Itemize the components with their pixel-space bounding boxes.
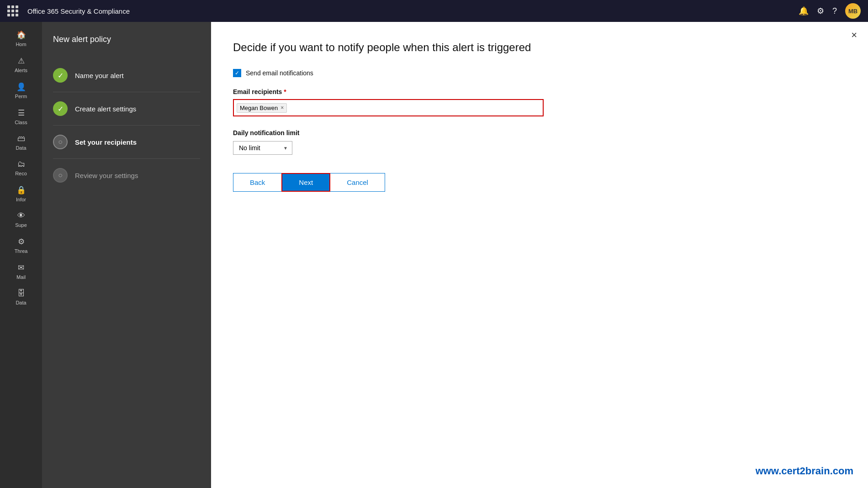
back-button[interactable]: Back xyxy=(233,173,281,192)
database-icon: 🗄 xyxy=(17,289,25,298)
sidebar-item-classifications[interactable]: ☰ Class xyxy=(0,104,42,130)
email-recipients-text: Email recipients xyxy=(233,88,282,95)
left-nav: 🏠 Hom ⚠ Alerts 👤 Perm ☰ Class 🗃 Data 🗂 R… xyxy=(0,22,42,488)
content-area: × Decide if you want to notify people wh… xyxy=(211,22,868,488)
wizard-step-4: ○ Review your settings xyxy=(53,158,200,192)
sidebar-item-supervision[interactable]: 👁 Supe xyxy=(0,207,42,232)
sidebar-item-label: Class xyxy=(3,120,39,125)
wizard-step-2: ✓ Create alert settings xyxy=(53,92,200,125)
app-grid-icon[interactable] xyxy=(7,5,18,16)
sidebar-item-mail[interactable]: ✉ Mail xyxy=(0,258,42,284)
data-icon: 🗃 xyxy=(17,134,25,143)
wizard-step-3[interactable]: ○ Set your recipients xyxy=(53,125,200,158)
daily-limit-select[interactable]: No limit 1 per day 5 per day 10 per day xyxy=(233,141,292,155)
send-email-checkbox[interactable]: ✓ xyxy=(233,69,241,77)
step-label-4: Review your settings xyxy=(75,172,138,179)
sidebar-item-label: Data xyxy=(3,145,39,151)
email-input[interactable] xyxy=(289,105,540,111)
step-label-3: Set your recipients xyxy=(75,138,137,146)
step-circle-1: ✓ xyxy=(53,68,68,83)
watermark: www.cert2brain.com xyxy=(756,465,853,477)
help-icon[interactable]: ? xyxy=(832,6,837,16)
mail-icon: ✉ xyxy=(18,263,24,273)
send-email-label[interactable]: Send email notifications xyxy=(246,69,313,77)
sidebar-item-label: Threa xyxy=(3,248,39,254)
next-button[interactable]: Next xyxy=(281,173,330,192)
home-icon: 🏠 xyxy=(16,30,26,40)
action-buttons: Back Next Cancel xyxy=(233,173,846,192)
step-circle-2: ✓ xyxy=(53,101,68,116)
step-circle-3: ○ xyxy=(53,135,68,149)
sidebar-item-label: Mail xyxy=(3,274,39,280)
sidebar-item-permissions[interactable]: 👤 Perm xyxy=(0,78,42,104)
sidebar-item-label: Perm xyxy=(3,94,39,99)
check-icon: ✓ xyxy=(235,70,239,76)
threat-icon: ⚙ xyxy=(18,237,25,247)
app-title: Office 365 Security & Compliance xyxy=(27,7,793,15)
email-tag-name: Megan Bowen xyxy=(240,105,278,111)
wizard-title: New alert policy xyxy=(53,35,200,44)
step-label-2: Create alert settings xyxy=(75,105,136,113)
person-icon: 👤 xyxy=(16,82,26,92)
send-email-row: ✓ Send email notifications xyxy=(233,69,846,77)
gear-icon[interactable]: ⚙ xyxy=(817,6,824,16)
sidebar-item-label: Alerts xyxy=(3,68,39,73)
sidebar-item-label: Infor xyxy=(3,197,39,202)
close-button[interactable]: × xyxy=(851,29,857,41)
sidebar-item-home[interactable]: 🏠 Hom xyxy=(0,26,42,52)
main-layout: 🏠 Hom ⚠ Alerts 👤 Perm ☰ Class 🗃 Data 🗂 R… xyxy=(0,22,868,488)
email-tag: Megan Bowen × xyxy=(237,103,287,113)
sidebar-item-alerts[interactable]: ⚠ Alerts xyxy=(0,52,42,78)
sidebar-item-data[interactable]: 🗃 Data xyxy=(0,130,42,155)
alert-icon: ⚠ xyxy=(18,56,25,66)
content-heading: Decide if you want to notify people when… xyxy=(233,40,608,54)
sidebar-item-data2[interactable]: 🗄 Data xyxy=(0,284,42,310)
email-input-box[interactable]: Megan Bowen × xyxy=(233,99,544,116)
sidebar-item-label: Hom xyxy=(3,42,39,47)
daily-limit-label: Daily notification limit xyxy=(233,129,846,136)
sidebar-item-label: Reco xyxy=(3,171,39,176)
sidebar-item-label: Supe xyxy=(3,222,39,228)
daily-limit-select-wrapper: No limit 1 per day 5 per day 10 per day … xyxy=(233,141,292,155)
sidebar-item-information[interactable]: 🔒 Infor xyxy=(0,181,42,207)
records-icon: 🗂 xyxy=(17,160,25,169)
sidebar-item-threat[interactable]: ⚙ Threa xyxy=(0,232,42,258)
lock-icon: 🔒 xyxy=(16,185,26,195)
wizard-steps: ✓ Name your alert ✓ Create alert setting… xyxy=(53,59,200,192)
sidebar-item-records[interactable]: 🗂 Reco xyxy=(0,155,42,181)
sidebar-item-label: Data xyxy=(3,300,39,305)
email-recipients-label: Email recipients * xyxy=(233,88,846,95)
step-circle-4: ○ xyxy=(53,168,68,183)
wizard-step-1: ✓ Name your alert xyxy=(53,59,200,92)
bell-icon[interactable]: 🔔 xyxy=(799,6,809,16)
wizard-panel: New alert policy ✓ Name your alert ✓ Cre… xyxy=(42,22,211,488)
eye-icon: 👁 xyxy=(17,211,25,220)
topbar-icons: 🔔 ⚙ ? MB xyxy=(799,3,861,19)
step-label-1: Name your alert xyxy=(75,72,124,79)
cancel-button[interactable]: Cancel xyxy=(330,173,385,192)
required-star: * xyxy=(284,88,286,95)
list-icon: ☰ xyxy=(18,108,25,118)
topbar: Office 365 Security & Compliance 🔔 ⚙ ? M… xyxy=(0,0,868,22)
tag-remove-button[interactable]: × xyxy=(281,105,284,111)
avatar[interactable]: MB xyxy=(845,3,861,19)
